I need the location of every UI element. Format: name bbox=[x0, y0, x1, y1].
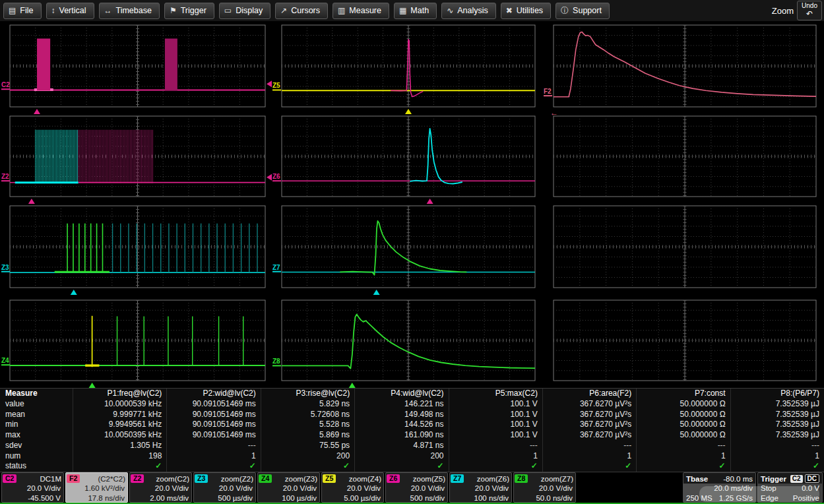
channel-descriptor-z4[interactable]: Z4zoom(Z3)20.0 V/div100 µs/div bbox=[257, 472, 320, 503]
channel-offset-z2: 2.00 ms/div bbox=[130, 493, 191, 503]
trace-label-z7[interactable]: Z7 bbox=[272, 264, 280, 271]
channel-tab-z2[interactable]: Z2 bbox=[131, 474, 144, 483]
measure-status-p2: ✓ bbox=[166, 461, 260, 472]
channel-tab-z5[interactable]: Z5 bbox=[323, 474, 336, 483]
channel-descriptor-f2[interactable]: F2(C2*C2)1.60 kV²/div17.8 ns/div bbox=[65, 472, 128, 503]
channel-offset-z7: 100 ns/div bbox=[450, 493, 511, 503]
channel-offset-z6: 500 ns/div bbox=[386, 493, 447, 503]
support-icon: ⓘ bbox=[561, 5, 569, 16]
channel-descriptor-z3[interactable]: Z3zoom(Z2)20.0 V/div500 µs/div bbox=[193, 472, 256, 503]
channel-tab-z4[interactable]: Z4 bbox=[259, 474, 272, 483]
grid-panel-z3[interactable] bbox=[10, 206, 265, 288]
trace-label-z3[interactable]: Z3 bbox=[1, 264, 9, 271]
trace-label-z6[interactable]: Z6 bbox=[272, 173, 280, 180]
menu-button-file[interactable]: ▤File bbox=[3, 3, 42, 19]
measure-row-label-max: max bbox=[0, 430, 73, 441]
menu-button-trigger[interactable]: ⚑Trigger bbox=[164, 3, 214, 19]
measure-num-p1: 198 bbox=[73, 451, 166, 462]
channel-descriptor-z6[interactable]: Z6zoom(Z5)20.0 V/div500 ns/div bbox=[385, 472, 448, 503]
menu-button-analysis[interactable]: ∿Analysis bbox=[441, 3, 496, 19]
menu-button-display[interactable]: ▭Display bbox=[219, 3, 270, 19]
trigger-position-marker-z7[interactable] bbox=[373, 290, 380, 295]
menu-button-support[interactable]: ⓘSupport bbox=[555, 3, 610, 19]
menubar: ▤File↕Vertical↔Timebase⚑Trigger▭Display↗… bbox=[0, 0, 824, 22]
trigger-position-marker-z6[interactable] bbox=[427, 199, 433, 204]
measure-col-header-p8[interactable]: P8:(P6/P7) bbox=[730, 389, 824, 399]
grid-panel-z8[interactable] bbox=[282, 300, 535, 381]
measure-status-p3: ✓ bbox=[261, 461, 354, 472]
grid-panel-z4[interactable] bbox=[10, 300, 265, 381]
menu-button-timebase[interactable]: ↔Timebase bbox=[99, 3, 160, 19]
trace-label-z5[interactable]: Z5 bbox=[272, 82, 280, 89]
trigger-level-marker-z2[interactable] bbox=[267, 174, 272, 181]
measure-col-header-p6[interactable]: P6:area(F2) bbox=[542, 389, 636, 399]
measure-sdev-p5: --- bbox=[449, 441, 542, 451]
trigger-level-marker-c2[interactable] bbox=[267, 80, 272, 87]
menu-button-utilities[interactable]: ✖Utilities bbox=[501, 3, 551, 19]
measure-num-p7: 1 bbox=[636, 451, 730, 462]
channel-source-c2: DC1M bbox=[16, 475, 61, 483]
trigger-position-marker-z5[interactable] bbox=[405, 109, 412, 114]
trigger-position-marker-z8[interactable] bbox=[349, 383, 356, 388]
menu-button-measure[interactable]: ▥Measure bbox=[333, 3, 389, 19]
channel-offset-f2: 17.8 ns/div bbox=[66, 493, 127, 503]
grid-panel-z7[interactable] bbox=[282, 206, 535, 288]
trigger-position-marker-z4[interactable] bbox=[89, 383, 96, 388]
channel-source-z8: zoom(Z7) bbox=[528, 475, 573, 483]
channel-tab-z3[interactable]: Z3 bbox=[195, 474, 208, 483]
grid-panel-empty-r2[interactable] bbox=[554, 116, 816, 197]
timebase-icon: ↔ bbox=[104, 6, 112, 15]
trigger-position-marker-z3[interactable] bbox=[71, 290, 77, 295]
measure-row-label-sdev: sdev bbox=[0, 441, 73, 451]
trigger-position-marker-c2[interactable] bbox=[34, 109, 40, 114]
measure-col-header-p5[interactable]: P5:max(C2) bbox=[449, 389, 542, 399]
channel-tab-z8[interactable]: Z8 bbox=[515, 474, 528, 483]
measure-col-header-p3[interactable]: P3:rise@lv(C2) bbox=[261, 389, 354, 399]
grid-panel-z2[interactable] bbox=[10, 116, 265, 197]
measure-value-p6: 367.6270 µV²s bbox=[542, 399, 636, 410]
grid-panel-c2[interactable] bbox=[10, 25, 265, 107]
trace-label-c2[interactable]: C2 bbox=[1, 81, 10, 88]
channel-source-z7: zoom(Z6) bbox=[464, 475, 509, 483]
channel-scale-f2: 1.60 kV²/div bbox=[66, 484, 127, 493]
measure-col-header-p7[interactable]: P7:const bbox=[636, 389, 730, 399]
channel-source-z4: zoom(Z3) bbox=[272, 475, 317, 483]
grid-panel-z5[interactable] bbox=[282, 25, 535, 107]
measure-col-header-p4[interactable]: P4:wid@lv(C2) bbox=[354, 389, 448, 399]
channel-descriptor-z8[interactable]: Z8zoom(Z7)20.0 V/div50.0 ns/div bbox=[513, 472, 576, 503]
trace-label-z8[interactable]: Z8 bbox=[272, 358, 280, 365]
menu-items: ▤File↕Vertical↔Timebase⚑Trigger▭Display↗… bbox=[3, 3, 610, 19]
menu-button-cursors[interactable]: ↗Cursors bbox=[275, 3, 328, 19]
grid-panel-empty-r3[interactable] bbox=[554, 206, 816, 288]
channel-descriptor-c2[interactable]: C2DC1M20.0 V/div-45.500 V bbox=[1, 472, 64, 503]
measure-col-header-p1[interactable]: P1:freq@lv(C2) bbox=[73, 389, 166, 399]
channel-tab-z7[interactable]: Z7 bbox=[451, 474, 464, 483]
menu-label-file: File bbox=[20, 6, 33, 15]
channel-tab-f2[interactable]: F2 bbox=[67, 474, 80, 483]
trace-label-f2[interactable]: F2 bbox=[544, 88, 552, 95]
math-icon: ▦ bbox=[399, 6, 406, 15]
trace-label-z4[interactable]: Z4 bbox=[1, 357, 9, 364]
menu-button-math[interactable]: ▦Math bbox=[394, 3, 437, 19]
undo-button[interactable]: Undo↶ bbox=[797, 1, 822, 20]
measure-min-p4: 144.526 ns bbox=[354, 420, 448, 430]
channel-descriptor-z2[interactable]: Z2zoom(C2)20.0 V/div2.00 ms/div bbox=[129, 472, 192, 503]
grid-panel-z6[interactable] bbox=[282, 116, 535, 197]
menu-button-vertical[interactable]: ↕Vertical bbox=[46, 3, 94, 19]
channel-tab-z6[interactable]: Z6 bbox=[387, 474, 400, 483]
measure-col-header-p2[interactable]: P2:wid@lv(C2) bbox=[166, 389, 260, 399]
trigger-position-marker-z2[interactable] bbox=[28, 199, 35, 204]
channel-tab-c2[interactable]: C2 bbox=[3, 474, 16, 483]
channel-descriptor-z5[interactable]: Z5zoom(Z4)20.0 V/div5.00 µs/div bbox=[321, 472, 384, 503]
grid-panel-f2[interactable] bbox=[554, 25, 816, 107]
measure-num-p2: 1 bbox=[166, 451, 260, 462]
channel-source-z5: zoom(Z4) bbox=[336, 475, 381, 483]
undo-label: Undo bbox=[802, 2, 817, 9]
grid-panel-empty-r4[interactable] bbox=[554, 300, 816, 381]
measure-row-label-value: value bbox=[0, 399, 73, 410]
channel-scale-z4: 20.0 V/div bbox=[258, 484, 319, 493]
trace-label-z2[interactable]: Z2 bbox=[1, 173, 9, 180]
measure-value-p2: 90.091051469 ms bbox=[166, 399, 260, 410]
measure-max-p4: 161.090 ns bbox=[354, 430, 448, 441]
channel-descriptor-z7[interactable]: Z7zoom(Z6)20.0 V/div100 ns/div bbox=[449, 472, 512, 503]
